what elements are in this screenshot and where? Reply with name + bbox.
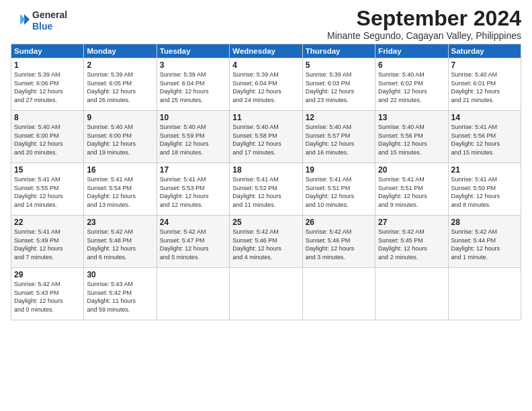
- col-tuesday: Tuesday: [157, 44, 229, 58]
- day-number: 2: [87, 60, 153, 70]
- location: Minante Segundo, Cagayan Valley, Philipp…: [327, 30, 521, 41]
- day-detail: Sunrise: 5:42 AM Sunset: 5:44 PM Dayligh…: [451, 228, 518, 261]
- day-cell: 8Sunrise: 5:40 AM Sunset: 6:00 PM Daylig…: [11, 111, 84, 163]
- day-cell: 13Sunrise: 5:40 AM Sunset: 5:56 PM Dayli…: [375, 111, 448, 163]
- day-cell: 23Sunrise: 5:42 AM Sunset: 5:48 PM Dayli…: [84, 216, 157, 268]
- day-number: 4: [232, 60, 299, 70]
- day-cell: 2Sunrise: 5:39 AM Sunset: 6:05 PM Daylig…: [84, 58, 157, 111]
- week-row-5: 29Sunrise: 5:42 AM Sunset: 5:43 PM Dayli…: [11, 268, 521, 320]
- day-cell: 25Sunrise: 5:42 AM Sunset: 5:46 PM Dayli…: [230, 216, 302, 268]
- day-detail: Sunrise: 5:41 AM Sunset: 5:50 PM Dayligh…: [451, 175, 518, 209]
- day-cell: 10Sunrise: 5:40 AM Sunset: 5:59 PM Dayli…: [157, 111, 229, 163]
- day-cell: 18Sunrise: 5:41 AM Sunset: 5:52 PM Dayli…: [230, 163, 302, 216]
- col-monday: Monday: [84, 44, 157, 58]
- day-number: 13: [378, 113, 445, 122]
- day-number: 11: [232, 113, 299, 122]
- logo-blue: Blue: [32, 21, 52, 32]
- day-number: 10: [160, 113, 226, 122]
- day-detail: Sunrise: 5:41 AM Sunset: 5:56 PM Dayligh…: [451, 123, 518, 156]
- day-detail: Sunrise: 5:40 AM Sunset: 6:00 PM Dayligh…: [14, 123, 81, 156]
- logo-general: General: [32, 9, 67, 20]
- day-detail: Sunrise: 5:42 AM Sunset: 5:46 PM Dayligh…: [306, 228, 372, 261]
- day-detail: Sunrise: 5:43 AM Sunset: 5:42 PM Dayligh…: [87, 280, 153, 314]
- day-detail: Sunrise: 5:41 AM Sunset: 5:49 PM Dayligh…: [14, 228, 81, 261]
- day-detail: Sunrise: 5:39 AM Sunset: 6:03 PM Dayligh…: [306, 71, 372, 104]
- day-cell: 12Sunrise: 5:40 AM Sunset: 5:57 PM Dayli…: [302, 111, 375, 163]
- day-cell: 9Sunrise: 5:40 AM Sunset: 6:00 PM Daylig…: [84, 111, 157, 163]
- week-row-3: 15Sunrise: 5:41 AM Sunset: 5:55 PM Dayli…: [11, 163, 521, 216]
- day-detail: Sunrise: 5:41 AM Sunset: 5:55 PM Dayligh…: [14, 175, 81, 209]
- day-detail: Sunrise: 5:41 AM Sunset: 5:51 PM Dayligh…: [306, 175, 372, 209]
- day-cell: [302, 268, 375, 320]
- day-number: 22: [14, 218, 81, 227]
- day-number: 17: [160, 165, 226, 175]
- day-number: 19: [306, 165, 372, 175]
- calendar-body: 1Sunrise: 5:39 AM Sunset: 6:06 PM Daylig…: [11, 58, 521, 320]
- day-cell: 16Sunrise: 5:41 AM Sunset: 5:54 PM Dayli…: [84, 163, 157, 216]
- day-cell: 1Sunrise: 5:39 AM Sunset: 6:06 PM Daylig…: [11, 58, 84, 111]
- col-sunday: Sunday: [11, 44, 84, 58]
- day-cell: 7Sunrise: 5:40 AM Sunset: 6:01 PM Daylig…: [448, 58, 521, 111]
- day-number: 7: [451, 60, 518, 70]
- day-detail: Sunrise: 5:42 AM Sunset: 5:45 PM Dayligh…: [378, 228, 445, 261]
- day-number: 9: [87, 113, 153, 122]
- day-number: 15: [14, 165, 81, 175]
- header: General Blue September 2024 Minante Segu…: [11, 7, 521, 41]
- day-number: 29: [14, 270, 81, 279]
- day-cell: 28Sunrise: 5:42 AM Sunset: 5:44 PM Dayli…: [448, 216, 521, 268]
- day-cell: 24Sunrise: 5:42 AM Sunset: 5:47 PM Dayli…: [157, 216, 229, 268]
- calendar-header: Sunday Monday Tuesday Wednesday Thursday…: [11, 44, 521, 58]
- day-number: 8: [14, 113, 81, 122]
- week-row-4: 22Sunrise: 5:41 AM Sunset: 5:49 PM Dayli…: [11, 216, 521, 268]
- day-detail: Sunrise: 5:42 AM Sunset: 5:47 PM Dayligh…: [160, 228, 226, 261]
- day-cell: 29Sunrise: 5:42 AM Sunset: 5:43 PM Dayli…: [11, 268, 84, 320]
- day-number: 30: [87, 270, 153, 279]
- day-cell: 6Sunrise: 5:40 AM Sunset: 6:02 PM Daylig…: [375, 58, 448, 111]
- day-cell: 27Sunrise: 5:42 AM Sunset: 5:45 PM Dayli…: [375, 216, 448, 268]
- title-block: September 2024 Minante Segundo, Cagayan …: [327, 7, 521, 41]
- week-row-2: 8Sunrise: 5:40 AM Sunset: 6:00 PM Daylig…: [11, 111, 521, 163]
- day-cell: 3Sunrise: 5:39 AM Sunset: 6:04 PM Daylig…: [157, 58, 229, 111]
- day-cell: 20Sunrise: 5:41 AM Sunset: 5:51 PM Dayli…: [375, 163, 448, 216]
- day-cell: 26Sunrise: 5:42 AM Sunset: 5:46 PM Dayli…: [302, 216, 375, 268]
- day-number: 3: [160, 60, 226, 70]
- day-detail: Sunrise: 5:41 AM Sunset: 5:51 PM Dayligh…: [378, 175, 445, 209]
- day-number: 20: [378, 165, 445, 175]
- day-number: 24: [160, 218, 226, 227]
- day-detail: Sunrise: 5:42 AM Sunset: 5:48 PM Dayligh…: [87, 228, 153, 261]
- day-cell: 4Sunrise: 5:39 AM Sunset: 6:04 PM Daylig…: [230, 58, 302, 111]
- day-cell: 5Sunrise: 5:39 AM Sunset: 6:03 PM Daylig…: [302, 58, 375, 111]
- logo-icon: [11, 11, 30, 30]
- day-cell: 17Sunrise: 5:41 AM Sunset: 5:53 PM Dayli…: [157, 163, 229, 216]
- header-row: Sunday Monday Tuesday Wednesday Thursday…: [11, 44, 521, 58]
- day-detail: Sunrise: 5:39 AM Sunset: 6:05 PM Dayligh…: [87, 71, 153, 104]
- day-number: 21: [451, 165, 518, 175]
- calendar-page: General Blue September 2024 Minante Segu…: [0, 0, 532, 411]
- day-number: 6: [378, 60, 445, 70]
- day-cell: 11Sunrise: 5:40 AM Sunset: 5:58 PM Dayli…: [230, 111, 302, 163]
- day-detail: Sunrise: 5:42 AM Sunset: 5:43 PM Dayligh…: [14, 280, 81, 314]
- day-cell: [375, 268, 448, 320]
- day-detail: Sunrise: 5:40 AM Sunset: 5:57 PM Dayligh…: [306, 123, 372, 156]
- day-number: 23: [87, 218, 153, 227]
- day-number: 14: [451, 113, 518, 122]
- day-detail: Sunrise: 5:40 AM Sunset: 5:58 PM Dayligh…: [232, 123, 299, 156]
- day-cell: [157, 268, 229, 320]
- day-detail: Sunrise: 5:40 AM Sunset: 5:59 PM Dayligh…: [160, 123, 226, 156]
- day-detail: Sunrise: 5:42 AM Sunset: 5:46 PM Dayligh…: [232, 228, 299, 261]
- day-detail: Sunrise: 5:39 AM Sunset: 6:04 PM Dayligh…: [160, 71, 226, 104]
- month-title: September 2024: [327, 7, 521, 30]
- day-detail: Sunrise: 5:41 AM Sunset: 5:54 PM Dayligh…: [87, 175, 153, 209]
- day-detail: Sunrise: 5:39 AM Sunset: 6:04 PM Dayligh…: [232, 71, 299, 104]
- day-number: 5: [306, 60, 372, 70]
- day-detail: Sunrise: 5:40 AM Sunset: 5:56 PM Dayligh…: [378, 123, 445, 156]
- day-detail: Sunrise: 5:41 AM Sunset: 5:52 PM Dayligh…: [232, 175, 299, 209]
- day-number: 26: [306, 218, 372, 227]
- col-thursday: Thursday: [302, 44, 375, 58]
- day-number: 12: [306, 113, 372, 122]
- day-number: 16: [87, 165, 153, 175]
- day-number: 28: [451, 218, 518, 227]
- col-saturday: Saturday: [448, 44, 521, 58]
- logo-text: General Blue: [32, 9, 67, 32]
- day-cell: 14Sunrise: 5:41 AM Sunset: 5:56 PM Dayli…: [448, 111, 521, 163]
